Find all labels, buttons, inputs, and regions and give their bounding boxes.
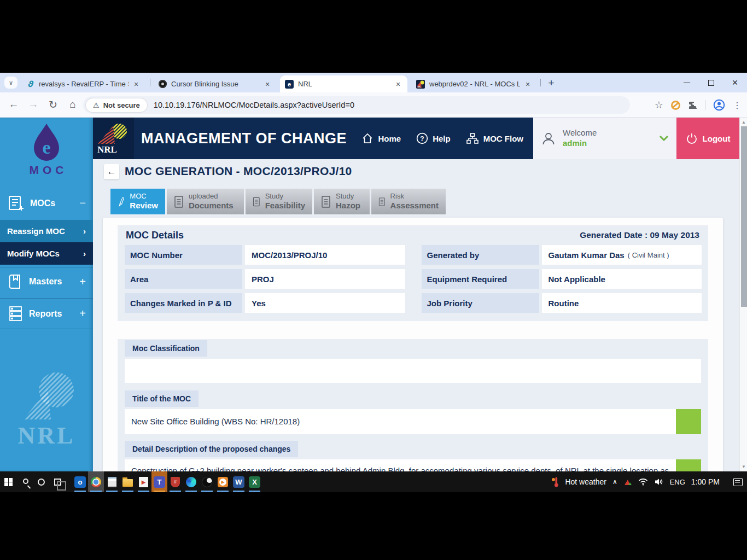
tab-study-feasibility[interactable]: StudyFeasibility <box>246 189 312 214</box>
home-icon[interactable]: ⌂ <box>66 98 80 110</box>
taskbar-outlook[interactable]: o <box>72 471 88 492</box>
taskbar-dark-app[interactable] <box>199 471 215 492</box>
sidebar-item-masters[interactable]: Masters + <box>0 267 93 296</box>
taskbar-edge[interactable] <box>183 471 199 492</box>
tab-moc-review[interactable]: MOCReview <box>110 189 165 214</box>
clock[interactable]: 1:00 PM <box>691 477 720 486</box>
moc-details-card: MOC Details Generated Date : 09 May 2013… <box>103 218 723 471</box>
tab-close-icon[interactable]: × <box>263 80 272 89</box>
expand-plus-icon[interactable]: + <box>79 276 86 288</box>
moc-title-value: New Site Office Building (WBS No: HR/120… <box>125 409 701 434</box>
tab-line2: Assessment <box>390 201 439 210</box>
tab-line1: Risk <box>390 192 439 201</box>
sidebar-item-modify-mocs[interactable]: Modify MOCs › <box>0 242 93 265</box>
add-description-button[interactable]: + <box>676 459 701 471</box>
taskbar-word[interactable]: W <box>231 471 247 492</box>
bookmark-star-icon[interactable]: ☆ <box>655 99 663 111</box>
wifi-icon[interactable] <box>638 478 648 486</box>
taskbar-notepad[interactable] <box>104 471 120 492</box>
page-scrollbar[interactable]: ▲ ▼ <box>739 118 747 471</box>
minimize-button[interactable]: — <box>675 73 699 92</box>
browser-tab-revalsys[interactable]: ϑ revalsys - RevalERP - Time Shee × <box>21 75 145 92</box>
classification-box[interactable] <box>125 359 701 383</box>
forward-icon[interactable]: → <box>26 98 40 110</box>
tab-close-icon[interactable]: × <box>523 80 532 89</box>
scrollbar-thumb[interactable] <box>741 126 747 307</box>
weather-text[interactable]: Hot weather <box>565 477 606 486</box>
scroll-down-icon[interactable]: ▼ <box>740 464 747 469</box>
word-icon: W <box>233 476 244 488</box>
tab-close-icon[interactable]: × <box>132 80 141 89</box>
close-window-button[interactable]: × <box>723 73 747 92</box>
maximize-button[interactable] <box>699 73 723 92</box>
taskbar-chrome[interactable] <box>88 471 104 492</box>
tab-study-hazop[interactable]: StudyHazop <box>314 189 370 214</box>
nav-home[interactable]: Home <box>361 132 401 144</box>
taskbar-teams[interactable]: T <box>151 471 167 492</box>
taskbar-file-explorer[interactable] <box>120 471 136 492</box>
start-button[interactable] <box>0 471 16 492</box>
browser-menu-icon[interactable]: ⋮ <box>733 100 742 110</box>
tab-search-button[interactable]: ∨ <box>4 77 17 89</box>
taskbar-excel[interactable]: X <box>247 471 262 492</box>
description-box[interactable]: Construction of G+2 building near worker… <box>125 459 701 471</box>
field-label: Generated by <box>422 245 539 265</box>
browser-tab-nrl-active[interactable]: e NRL × <box>280 75 407 92</box>
language-indicator[interactable]: ENG <box>670 478 685 486</box>
field-row: Changes Marked in P & ID Yes <box>125 293 405 313</box>
extensions-puzzle-icon[interactable] <box>688 101 697 110</box>
nav-label: Home <box>378 134 401 143</box>
scroll-up-icon[interactable]: ▲ <box>740 120 747 125</box>
welcome-dropdown[interactable]: Welcome admin <box>533 118 676 159</box>
tab-uploaded-documents[interactable]: uploadedDocuments <box>167 189 244 214</box>
sidebar-item-reports[interactable]: Reports + <box>0 298 93 329</box>
moc-title-green-block[interactable] <box>676 409 701 434</box>
taskbar-media-app[interactable]: ▶ <box>136 471 151 492</box>
tray-app-icon[interactable] <box>623 479 632 485</box>
tab-line1: uploaded <box>189 192 234 201</box>
taskbar-media-player[interactable]: ▶ <box>215 471 231 492</box>
nav-moc-flow[interactable]: MOC Flow <box>466 132 523 144</box>
shield-icon: # <box>171 477 180 487</box>
browser-tab-webprdev02[interactable]: NRL webprdev02 - NRL - MOCs List × <box>411 75 537 92</box>
adblock-extension-icon[interactable] <box>671 101 680 110</box>
details-right-column: Generated by Gautam Kumar Das( Civil Mai… <box>422 245 702 317</box>
address-bar[interactable]: ⚠ Not secure 10.10.19.176/NRLMOC/MocDeta… <box>83 96 630 114</box>
new-tab-button[interactable]: + <box>544 76 558 90</box>
taskbar-antivirus[interactable]: # <box>167 471 183 492</box>
tab-search-chevron-icon: ∨ <box>9 79 13 86</box>
sidebar-item-label: Modify MOCs <box>7 249 60 258</box>
security-chip[interactable]: ⚠ Not secure <box>86 98 147 112</box>
sidebar-item-reassign-moc[interactable]: Reassign MOC › <box>0 220 93 242</box>
collapse-minus-icon[interactable]: − <box>79 197 86 209</box>
nav-help[interactable]: ? Help <box>416 132 451 144</box>
expand-plus-icon[interactable]: + <box>79 307 86 320</box>
field-label: Job Priority <box>422 293 539 313</box>
excel-icon: X <box>249 476 260 488</box>
tab-risk-assessment[interactable]: RiskAssessment <box>371 189 446 214</box>
svg-text:NRL: NRL <box>417 86 421 88</box>
taskbar-cortana[interactable] <box>33 471 49 492</box>
back-button[interactable]: ← <box>104 164 119 179</box>
chevron-right-icon: › <box>83 249 86 258</box>
task-view-button[interactable] <box>49 471 66 492</box>
profile-icon[interactable] <box>713 99 725 111</box>
url-text: 10.10.19.176/NRLMOC/MocDetails.aspx?acti… <box>154 101 354 109</box>
sidebar-item-mocs[interactable]: MOCs − <box>0 189 93 218</box>
form-tabs: MOCReview uploadedDocuments StudyFeasibi… <box>110 189 446 214</box>
nrl-list-favicon: NRL <box>416 80 425 89</box>
field-label: Area <box>125 269 242 289</box>
moc-title-box[interactable]: New Site Office Building (WBS No: HR/120… <box>125 409 701 434</box>
page-content: ← MOC GENERATION - MOC/2013/PROJ/10 MOCR… <box>93 159 739 471</box>
show-hidden-icons[interactable]: ∧ <box>612 478 617 486</box>
taskbar-search[interactable] <box>16 471 33 492</box>
header-bar: MANAGEMENT OF CHANGE Home ? Help MOC F <box>134 118 533 159</box>
volume-icon[interactable] <box>654 478 664 486</box>
logout-button[interactable]: Logout <box>676 118 739 159</box>
reload-icon[interactable]: ↻ <box>46 98 60 111</box>
back-icon[interactable]: ← <box>7 98 21 110</box>
tab-close-icon[interactable]: × <box>394 80 402 89</box>
browser-tab-cursor-issue[interactable]: Cursor Blinking Issue × <box>153 75 277 92</box>
tab-title: revalsys - RevalERP - Time Shee <box>39 80 129 88</box>
notification-center-icon[interactable] <box>733 478 743 486</box>
